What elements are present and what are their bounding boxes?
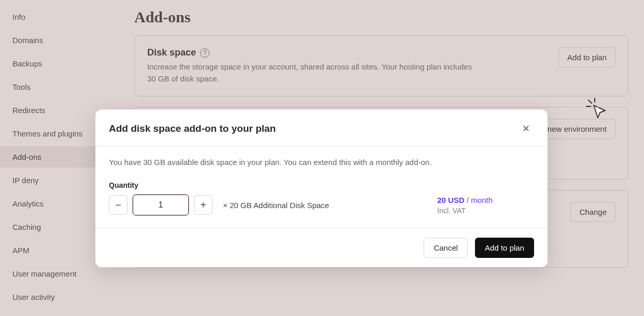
close-icon: ✕ xyxy=(522,123,530,134)
price-period: / month xyxy=(465,196,493,204)
quantity-increase-button[interactable]: + xyxy=(194,195,213,215)
quantity-unit-label: × 20 GB Additional Disk Space xyxy=(223,201,329,210)
minus-icon: − xyxy=(115,199,121,211)
modal-description: You have 30 GB available disk space in y… xyxy=(109,158,534,167)
close-button[interactable]: ✕ xyxy=(518,121,534,136)
quantity-row: − + × 20 GB Additional Disk Space 20 USD… xyxy=(109,195,534,215)
plus-icon: + xyxy=(200,199,206,211)
price-sub: Incl. VAT xyxy=(437,207,493,215)
quantity-input[interactable] xyxy=(133,195,189,215)
price-amount: 20 USD xyxy=(437,196,465,204)
modal-footer: Cancel Add to plan xyxy=(95,228,548,267)
cancel-button[interactable]: Cancel xyxy=(424,238,468,258)
price-box: 20 USD / month Incl. VAT xyxy=(437,196,534,215)
modal-body: You have 30 GB available disk space in y… xyxy=(95,146,548,228)
confirm-add-to-plan-button[interactable]: Add to plan xyxy=(475,238,534,258)
modal-header: Add disk space add-on to your plan ✕ xyxy=(95,109,548,146)
quantity-decrease-button[interactable]: − xyxy=(109,195,128,215)
price-line: 20 USD / month xyxy=(437,196,493,204)
quantity-label: Quantity xyxy=(109,181,534,189)
add-disk-space-modal: Add disk space add-on to your plan ✕ You… xyxy=(95,109,548,267)
modal-title: Add disk space add-on to your plan xyxy=(109,123,276,134)
